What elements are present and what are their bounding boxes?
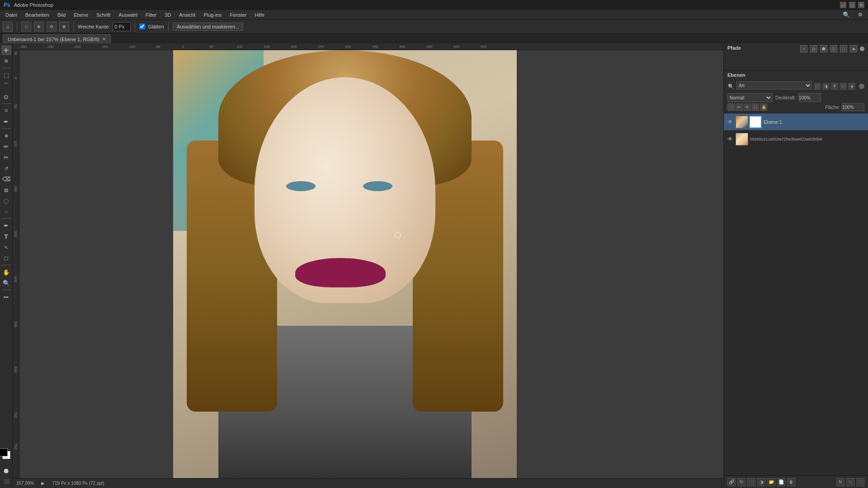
pfade-icon-5[interactable]: □	[840, 45, 847, 52]
dodge-tool[interactable]: ○	[1, 206, 11, 216]
screen-mode-btn[interactable]: ⬛	[1, 476, 11, 486]
lock-all-icon[interactable]: 🔒	[760, 103, 767, 111]
intersect-selection-btn[interactable]: ⊗	[59, 22, 69, 32]
blend-mode-select[interactable]: Normal	[727, 93, 773, 102]
new-layer-btn[interactable]: 📄	[777, 478, 785, 486]
zoom-tool[interactable]: 🔍	[1, 278, 11, 288]
color-swatches[interactable]	[0, 448, 13, 462]
artboard-tool[interactable]: ⧉	[1, 56, 11, 66]
menu-auswahl[interactable]: Auswahl	[115, 11, 141, 19]
separator2	[73, 22, 74, 32]
brush-tool[interactable]: ✏	[1, 141, 11, 151]
pen-tool[interactable]: ✒	[1, 221, 11, 230]
canvas-background	[19, 50, 723, 478]
window-controls: ─ □ ✕	[840, 2, 864, 8]
menu-ansicht[interactable]: Ansicht	[175, 11, 199, 19]
pfade-circle-icon[interactable]	[860, 47, 864, 51]
filter-adjustment-icon[interactable]: ◑	[822, 83, 830, 90]
document-tab[interactable]: Unbenannt-1 bei 157% (Ebene 1, RGB/8) ✕	[3, 34, 111, 43]
lock-transparent-icon[interactable]: ⬚	[727, 103, 735, 111]
layer-visibility-toggle[interactable]: 👁	[726, 118, 734, 126]
pfade-icon-3[interactable]: ⬟	[820, 45, 827, 52]
add-selection-btn[interactable]: ⊕	[34, 22, 44, 32]
menu-plugins[interactable]: Plug-ins	[200, 11, 225, 19]
workspace-switcher[interactable]: ⚙	[854, 11, 866, 19]
tab-close-button[interactable]: ✕	[102, 37, 106, 42]
pfade-icon-1[interactable]: ○	[800, 45, 807, 52]
lasso-tool[interactable]: ⌒	[1, 81, 11, 91]
trash-icon-right[interactable]: ⬛	[856, 478, 864, 486]
menu-datei[interactable]: Datei	[2, 11, 21, 19]
canvas-image-area[interactable]	[19, 50, 723, 478]
menu-hilfe[interactable]: Hilfe	[251, 11, 268, 19]
maximize-button[interactable]: □	[849, 2, 855, 8]
move-tool[interactable]: ✛	[1, 45, 11, 55]
new-selection-btn[interactable]: □	[21, 22, 31, 32]
filter-shape-icon[interactable]: □	[840, 83, 847, 90]
blur-tool[interactable]: ◌	[1, 196, 11, 206]
pfade-icon-4[interactable]: ⬡	[830, 45, 837, 52]
path-select-tool[interactable]: ↖	[1, 242, 11, 252]
subtract-selection-btn[interactable]: ⊖	[47, 22, 57, 32]
quick-select-tool[interactable]: ⊙	[1, 92, 11, 102]
search-icon[interactable]: 🔍	[839, 10, 854, 19]
lock-paint-icon[interactable]: ✏	[736, 103, 743, 111]
shape-tool[interactable]: □	[1, 253, 11, 263]
menu-schrift[interactable]: Schrift	[93, 11, 114, 19]
quick-mask-btn[interactable]: ⬤	[1, 465, 11, 475]
filter-pixel-icon[interactable]: ⬚	[814, 83, 821, 90]
ebenen-list: 👁 Ebene 1 👁	[724, 113, 868, 475]
menu-filter[interactable]: Filter	[142, 11, 160, 19]
text-tool[interactable]: T	[1, 231, 11, 241]
more-tools[interactable]: •••	[1, 292, 11, 302]
heal-tool[interactable]: ⊕	[1, 131, 11, 141]
eraser-tool[interactable]: ⌫	[1, 174, 11, 184]
add-group-btn[interactable]: 📁	[767, 478, 775, 486]
menu-ebene[interactable]: Ebene	[70, 11, 92, 19]
foreground-color-swatch[interactable]	[0, 448, 8, 456]
glatten-checkbox[interactable]	[139, 23, 145, 29]
crop-tool[interactable]: ⌗	[1, 106, 11, 116]
lock-artboard-icon[interactable]: ⬡	[752, 103, 759, 111]
layer-item[interactable]: 👁 Ebene 1	[724, 113, 868, 131]
close-button[interactable]: ✕	[858, 2, 864, 8]
pfade-icon-2[interactable]: ◎	[810, 45, 817, 52]
new-layer-icon-right[interactable]: □	[846, 478, 854, 486]
ebenen-footer: 🔗 fx ⬚ ◑ 📁 📄 🗑 fx □ ⬛	[724, 475, 868, 488]
menu-fenster[interactable]: Fenster	[226, 11, 250, 19]
weiche-kante-input[interactable]	[113, 22, 131, 31]
tool-separator-2	[2, 103, 11, 104]
pfade-panel-icons: ○ ◎ ⬟ ⬡ □ ◈	[800, 45, 864, 52]
layer-item[interactable]: 👁 09265c211e010a725e3ba4623a92b5b6	[724, 131, 868, 148]
filter-smart-icon[interactable]: ◈	[848, 83, 855, 90]
tool-preset-home[interactable]: ⌂	[3, 22, 13, 32]
clone-tool[interactable]: ✂	[1, 152, 11, 162]
filter-toggle[interactable]	[859, 84, 864, 89]
history-brush-tool[interactable]: ↺	[1, 163, 11, 173]
menu-bild[interactable]: Bild	[54, 11, 69, 19]
auswaehlen-maskieren-button[interactable]: Auswählen und maskieren...	[173, 23, 243, 31]
layer-visibility-toggle[interactable]: 👁	[726, 136, 734, 143]
separator	[17, 22, 17, 32]
flaeche-input[interactable]	[842, 103, 864, 111]
hand-tool[interactable]: ✋	[1, 267, 11, 277]
eyedropper-tool[interactable]: ✒	[1, 117, 11, 127]
add-adjustment-btn[interactable]: ◑	[757, 478, 765, 486]
fx-icon[interactable]: fx	[836, 478, 844, 486]
add-mask-btn[interactable]: ⬚	[747, 478, 755, 486]
pfade-icon-6[interactable]: ◈	[850, 45, 857, 52]
ebenen-kind-select[interactable]: Art	[736, 81, 812, 89]
layer-lock-icons: ⬚ ✏ ✛ ⬡ 🔒	[727, 103, 767, 111]
menu-3d[interactable]: 3D	[161, 11, 175, 19]
lock-position-icon[interactable]: ✛	[744, 103, 751, 111]
filter-text-icon[interactable]: T	[831, 83, 838, 90]
marquee-tool[interactable]: ⬚	[1, 70, 11, 80]
link-layers-btn[interactable]: 🔗	[727, 478, 736, 486]
gradient-tool[interactable]: ▤	[1, 185, 11, 195]
ps-logo: Ps	[4, 2, 10, 8]
delete-layer-btn[interactable]: 🗑	[787, 478, 795, 486]
minimize-button[interactable]: ─	[840, 2, 846, 8]
add-layer-style-btn[interactable]: fx	[737, 478, 745, 486]
menu-bearbeiten[interactable]: Bearbeiten	[22, 11, 53, 19]
deckkraft-input[interactable]	[798, 93, 821, 102]
